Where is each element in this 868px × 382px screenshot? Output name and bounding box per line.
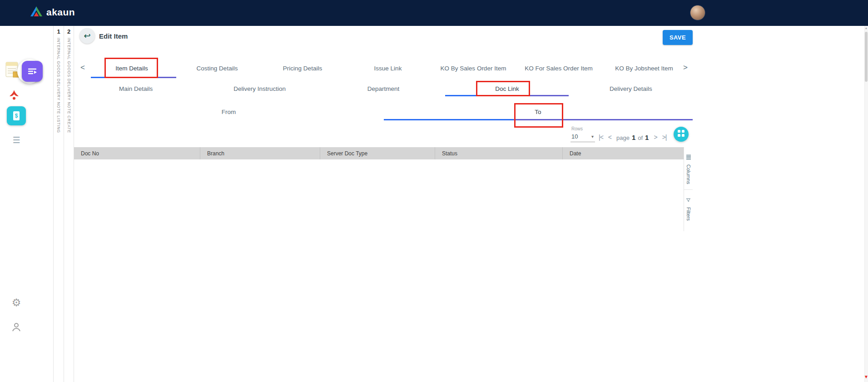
rows-per-page-value: 10 bbox=[571, 133, 578, 140]
page-indicator: page 1 of 1 bbox=[616, 134, 649, 141]
grid-view-button[interactable] bbox=[674, 127, 689, 142]
first-page-icon[interactable]: |< bbox=[599, 134, 603, 141]
scroll-up-icon[interactable]: ▲ bbox=[864, 26, 868, 30]
columns-label: Columns bbox=[686, 164, 691, 184]
column-header-server-doc-type: Server Doc Type bbox=[320, 147, 435, 159]
svg-text:$: $ bbox=[15, 113, 18, 119]
rows-per-page-label: Rows bbox=[571, 126, 583, 131]
tabs-level1: Item Details Costing Details Pricing Det… bbox=[89, 58, 680, 78]
tabs3-ink-bar-blue bbox=[384, 119, 513, 120]
tabs-scroll-right-icon[interactable]: > bbox=[680, 60, 691, 76]
tabs-level2: Main Details Delivery Instruction Depart… bbox=[74, 81, 693, 96]
table-tool-strip: Columns Filters bbox=[684, 147, 693, 231]
annotation-box-item-details bbox=[104, 58, 158, 78]
settings-gear-icon[interactable]: ⚙ bbox=[10, 296, 23, 309]
profile-icon[interactable] bbox=[10, 321, 22, 333]
filters-label: Filters bbox=[686, 207, 691, 221]
back-button[interactable]: ↩ bbox=[79, 28, 95, 44]
tab-ko-by-jobsheet-item[interactable]: KO By Jobsheet Item bbox=[601, 58, 680, 78]
chevron-down-icon: ▾ bbox=[591, 134, 594, 139]
save-button[interactable]: SAVE bbox=[663, 30, 693, 45]
of-word: of bbox=[638, 134, 643, 141]
workspace-tab-label: INTERNAL GOODS DELIVERY NOTE CREATE bbox=[67, 38, 71, 133]
tab-main-details[interactable]: Main Details bbox=[74, 81, 198, 96]
last-page-icon[interactable]: >| bbox=[662, 134, 667, 141]
tab-costing-details[interactable]: Costing Details bbox=[174, 58, 260, 78]
brand-logo[interactable]: akaun bbox=[30, 6, 75, 19]
pdf-export-icon[interactable] bbox=[7, 89, 21, 102]
column-header-doc-no: Doc No bbox=[74, 147, 200, 159]
columns-tool[interactable]: Columns bbox=[684, 147, 693, 189]
column-header-date: Date bbox=[562, 147, 684, 159]
billing-app-icon[interactable]: $ bbox=[7, 106, 26, 125]
tab-ko-for-sales-order-item[interactable]: KO For Sales Order Item bbox=[516, 58, 601, 78]
left-sidebar: $ ☰ ⚙ bbox=[0, 26, 34, 382]
column-header-branch: Branch bbox=[200, 147, 320, 159]
page: akaun bbox=[0, 0, 868, 382]
annotation-box-doc-link bbox=[476, 81, 530, 96]
akaun-triangle-logo-icon bbox=[30, 6, 43, 19]
filters-tool[interactable]: Filters bbox=[684, 189, 693, 226]
next-page-icon[interactable]: > bbox=[654, 134, 657, 141]
list-menu-icon[interactable]: ☰ bbox=[10, 134, 23, 146]
tab-pricing-details[interactable]: Pricing Details bbox=[260, 58, 345, 78]
tab-delivery-details[interactable]: Delivery Details bbox=[569, 81, 693, 96]
pager: |< < page 1 of 1 > >| bbox=[599, 131, 666, 143]
tab-department[interactable]: Department bbox=[322, 81, 445, 96]
workspace-tab-number: 2 bbox=[67, 28, 70, 35]
rows-per-page-select[interactable]: 10 ▾ bbox=[570, 132, 595, 142]
tabs-level3: From To bbox=[74, 104, 693, 120]
filter-funnel-icon bbox=[686, 196, 691, 204]
workspace-tab-strips: 1 INTERNAL GOODS DELIVERY NOTE LISTING 2… bbox=[53, 26, 74, 382]
tab-from[interactable]: From bbox=[74, 104, 383, 120]
table-header-row: Doc No Branch Server Doc Type Status Dat… bbox=[74, 147, 684, 159]
user-avatar[interactable] bbox=[690, 5, 705, 20]
tab-ko-by-sales-order-item[interactable]: KO By Sales Order Item bbox=[431, 58, 516, 78]
page-word: page bbox=[616, 134, 630, 141]
annotation-box-to bbox=[514, 103, 563, 128]
scroll-down-icon[interactable]: ▼ bbox=[863, 374, 868, 379]
back-arrow-icon: ↩ bbox=[84, 31, 90, 41]
vertical-scrollbar-thumb[interactable] bbox=[865, 32, 868, 82]
page-title: Edit Item bbox=[99, 32, 128, 40]
tabs2-ink-bar-purple bbox=[528, 95, 569, 96]
total-pages-number: 1 bbox=[645, 134, 649, 141]
workspace-tab-create[interactable]: 2 INTERNAL GOODS DELIVERY NOTE CREATE bbox=[64, 26, 74, 382]
grid-icon bbox=[678, 130, 684, 139]
tabs-scroll-left-icon[interactable]: < bbox=[77, 60, 88, 76]
workspace-tab-number: 1 bbox=[57, 28, 60, 35]
tab-issue-link[interactable]: Issue Link bbox=[345, 58, 431, 78]
brand-name: akaun bbox=[46, 7, 75, 18]
playlist-menu-fab[interactable] bbox=[22, 61, 43, 82]
previous-page-icon[interactable]: < bbox=[608, 134, 611, 141]
tab-delivery-instruction[interactable]: Delivery Instruction bbox=[198, 81, 321, 96]
current-page-number: 1 bbox=[632, 134, 635, 141]
column-header-status: Status bbox=[435, 147, 562, 159]
workspace-tab-listing[interactable]: 1 INTERNAL GOODS DELIVERY NOTE LISTING bbox=[53, 26, 64, 382]
workspace-tab-label: INTERNAL GOODS DELIVERY NOTE LISTING bbox=[56, 38, 61, 133]
topbar: akaun bbox=[0, 0, 868, 26]
columns-icon bbox=[686, 154, 691, 162]
